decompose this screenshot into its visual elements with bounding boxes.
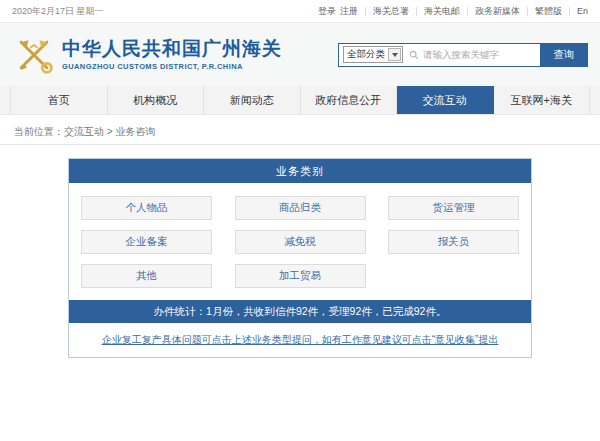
traditional-chinese-link[interactable]: 繁體版	[535, 5, 562, 18]
search-category-value: 全部分类	[347, 48, 385, 61]
breadcrumb: 当前位置：交流互动 > 业务咨询	[14, 125, 155, 139]
top-links: 登录 注册 海关总署 海关电邮 政务新媒体 繁體版 En	[318, 5, 588, 18]
customs-emblem-icon	[12, 33, 56, 77]
main-nav: 首页 机构概况 新闻动态 政府信息公开 交流互动 互联网+海关	[0, 86, 600, 115]
site-brand: 中华人民共和国广州海关 GUANGZHOU CUSTOMS DISTRICT, …	[62, 38, 282, 71]
category-grid: 个人物品 商品归类 货运管理 企业备案 减免税 报关员 其他 加工贸易	[69, 183, 531, 299]
current-date: 2020年2月17日 星期一	[12, 5, 104, 18]
breadcrumb-row: 当前位置：交流互动 > 业务咨询	[0, 119, 600, 145]
divider	[416, 7, 417, 16]
chevron-down-icon[interactable]	[388, 48, 401, 61]
search-bar: 全部分类 查询	[338, 43, 588, 67]
nav-item-news[interactable]: 新闻动态	[204, 86, 301, 114]
nav-item-internet-customs[interactable]: 互联网+海关	[494, 86, 591, 114]
divider	[365, 7, 366, 16]
customs-email-link[interactable]: 海关电邮	[424, 5, 460, 18]
category-personal-items[interactable]: 个人物品	[81, 196, 212, 220]
search-submit-button[interactable]: 查询	[540, 43, 588, 67]
english-link[interactable]: En	[577, 6, 588, 16]
customs-hq-link[interactable]: 海关总署	[373, 5, 409, 18]
top-utility-bar: 2020年2月17日 星期一 登录 注册 海关总署 海关电邮 政务新媒体 繁體版…	[0, 0, 600, 22]
nav-item-home[interactable]: 首页	[10, 86, 108, 114]
search-icon	[409, 50, 419, 60]
nav-item-interaction[interactable]: 交流互动	[397, 86, 494, 114]
category-processing-trade[interactable]: 加工贸易	[235, 264, 366, 288]
search-category-select[interactable]: 全部分类	[343, 46, 403, 63]
search-input[interactable]	[419, 49, 540, 60]
category-goods-classification[interactable]: 商品归类	[235, 196, 366, 220]
site-title: 中华人民共和国广州海关	[62, 38, 282, 60]
category-tax-reduction[interactable]: 减免税	[235, 230, 366, 254]
site-header: 中华人民共和国广州海关 GUANGZHOU CUSTOMS DISTRICT, …	[0, 22, 600, 86]
nav-item-gov-info[interactable]: 政府信息公开	[301, 86, 398, 114]
resumption-notice-link[interactable]: 企业复工复产具体问题可点击上述业务类型提问，如有工作意见建议可点击“意见收集”提…	[102, 333, 499, 347]
category-cargo-management[interactable]: 货运管理	[388, 196, 519, 220]
case-statistics-bar: 办件统计：1月份，共收到信件92件，受理92件，已完成92件。	[69, 300, 531, 323]
category-enterprise-registration[interactable]: 企业备案	[81, 230, 212, 254]
divider	[569, 7, 570, 16]
business-category-panel: 业务类别 个人物品 商品归类 货运管理 企业备案 减免税 报关员 其他 加工贸易…	[68, 158, 532, 358]
search-field	[403, 49, 540, 60]
panel-title: 业务类别	[69, 159, 531, 183]
register-link[interactable]: 注册	[340, 5, 358, 18]
category-customs-broker[interactable]: 报关员	[388, 230, 519, 254]
site-subtitle: GUANGZHOU CUSTOMS DISTRICT, P.R.CHINA	[62, 62, 282, 71]
login-link[interactable]: 登录	[318, 5, 336, 18]
gov-media-link[interactable]: 政务新媒体	[475, 5, 520, 18]
notice-row: 企业复工复产具体问题可点击上述业务类型提问，如有工作意见建议可点击“意见收集”提…	[69, 323, 531, 357]
category-other[interactable]: 其他	[81, 264, 212, 288]
divider	[467, 7, 468, 16]
nav-item-overview[interactable]: 机构概况	[108, 86, 205, 114]
divider	[527, 7, 528, 16]
